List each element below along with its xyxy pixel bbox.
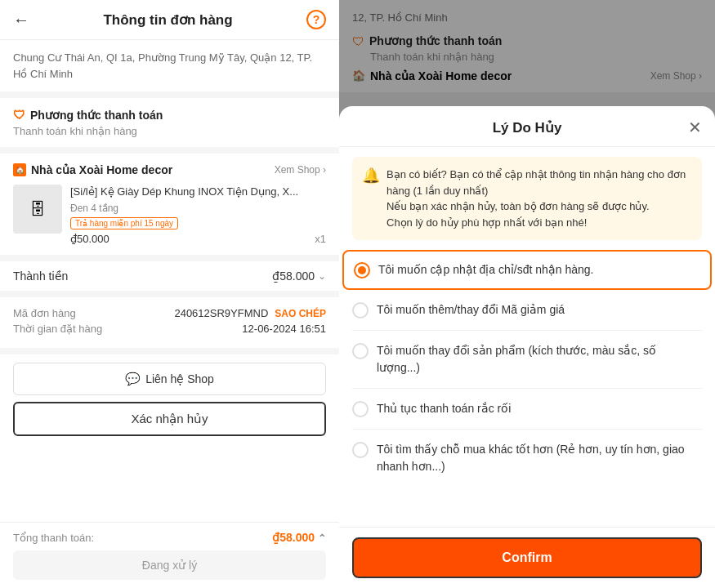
radio-outer-3	[352, 401, 369, 417]
notice-text: Bạn có biết? Bạn có thể cập nhật thông t…	[387, 167, 692, 230]
product-qty: x1	[315, 233, 326, 245]
chevron-up-icon: ⌃	[318, 532, 326, 544]
radio-outer-2	[352, 343, 369, 359]
return-tag: Trả hàng miễn phí 15 ngày	[70, 217, 178, 229]
radio-inner-0	[358, 266, 366, 274]
bell-icon: 🔔	[362, 167, 380, 185]
help-button[interactable]: ?	[306, 10, 326, 29]
order-date-row: Thời gian đặt hàng 12-06-2024 16:51	[13, 323, 326, 335]
left-content: Chung Cư Thái An, QI 1a, Phường Trung Mỹ…	[0, 40, 339, 522]
left-panel: ← Thông tin đơn hàng ? Chung Cư Thái An,…	[0, 0, 339, 588]
modal-title: Lý Do Hủy	[493, 119, 562, 136]
order-date-label: Thời gian đặt hàng	[13, 323, 102, 335]
modal-top-space	[339, 0, 715, 106]
view-shop-link[interactable]: Xem Shop ›	[275, 164, 326, 176]
order-id-value: 240612SR9YFMND	[174, 307, 268, 319]
product-price: ₫50.000	[70, 233, 109, 245]
payment-section: 🛡 Phương thức thanh toán Thanh toán khi …	[0, 98, 339, 154]
product-price-row: ₫50.000 x1	[70, 233, 326, 245]
payment-title: 🛡 Phương thức thanh toán	[13, 108, 326, 122]
chevron-down-icon: ⌄	[318, 270, 326, 282]
copy-button[interactable]: SAO CHÉP	[275, 308, 326, 319]
chat-icon: 💬	[125, 372, 141, 386]
total-row: Tổng thanh toán: ₫58.000 ⌃	[13, 531, 326, 544]
order-id-row: Mã đơn hàng 240612SR9YFMND SAO CHÉP	[13, 307, 326, 319]
shop-header: 🏠 Nhà của Xoài Home decor Xem Shop ›	[13, 163, 326, 176]
order-info-section: Mã đơn hàng 240612SR9YFMND SAO CHÉP Thời…	[0, 297, 339, 354]
confirm-button[interactable]: Confirm	[352, 537, 702, 578]
modal-notice: 🔔 Bạn có biết? Bạn có thể cập nhật thông…	[352, 157, 702, 240]
order-id-label: Mã đơn hàng	[13, 307, 76, 319]
option-text-3: Thủ tục thanh toán rắc rối	[377, 400, 511, 417]
product-image: 🗄	[13, 185, 62, 234]
radio-outer-4	[352, 442, 369, 458]
back-button[interactable]: ←	[13, 11, 29, 29]
total-value: ₫58.000 ⌃	[272, 531, 326, 544]
order-id-copy: 240612SR9YFMND SAO CHÉP	[174, 307, 326, 319]
product-name: [Si/lẻ] Kệ Giày Dép Khung INOX Tiện Dụng…	[70, 185, 326, 199]
option-text-0: Tôi muốn cập nhật địa chỉ/sđt nhận hàng.	[378, 261, 593, 278]
modal-footer: Confirm	[339, 527, 715, 588]
page-title: Thông tin đơn hàng	[103, 11, 232, 29]
help-icon: ?	[313, 13, 320, 26]
modal-header: Lý Do Hủy ✕	[339, 106, 715, 147]
total-label: Tổng thanh toán:	[13, 532, 94, 544]
product-item: 🗄 [Si/lẻ] Kệ Giày Dép Khung INOX Tiện Dụ…	[13, 185, 326, 245]
cancel-order-button[interactable]: Xác nhận hủy	[13, 402, 326, 436]
shop-section: 🏠 Nhà của Xoài Home decor Xem Shop › 🗄 […	[0, 154, 339, 261]
modal-close-button[interactable]: ✕	[688, 118, 702, 137]
modal-overlay: Lý Do Hủy ✕ 🔔 Bạn có biết? Bạn có thể cậ…	[339, 0, 715, 588]
radio-outer-0	[354, 262, 370, 278]
product-tags: Trả hàng miễn phí 15 ngày	[70, 217, 326, 229]
option-text-1: Tôi muốn thêm/thay đổi Mã giảm giá	[377, 301, 565, 318]
cancel-reason-option-3[interactable]: Thủ tục thanh toán rắc rối	[352, 389, 702, 430]
subtotal-label: Thành tiền	[13, 270, 68, 283]
modal-options: Tôi muốn cập nhật địa chỉ/sđt nhận hàng.…	[339, 250, 715, 527]
contact-shop-button[interactable]: 💬 Liên hệ Shop	[13, 363, 326, 395]
shield-icon: 🛡	[13, 108, 25, 122]
status-button: Đang xử lý	[13, 550, 326, 580]
cancel-reason-option-4[interactable]: Tôi tìm thấy chỗ mua khác tốt hơn (Rẻ hơ…	[352, 430, 702, 487]
cancel-reason-option-0[interactable]: Tôi muốn cập nhật địa chỉ/sđt nhận hàng.	[342, 250, 712, 290]
address-text: Chung Cư Thái An, QI 1a, Phường Trung Mỹ…	[13, 50, 326, 82]
product-variant: Đen 4 tầng	[70, 203, 326, 214]
order-date-value: 12-06-2024 16:51	[242, 323, 326, 335]
cancel-reason-option-2[interactable]: Tôi muốn thay đổi sản phẩm (kích thước, …	[352, 331, 702, 389]
product-info: [Si/lẻ] Kệ Giày Dép Khung INOX Tiện Dụng…	[70, 185, 326, 245]
radio-outer-1	[352, 302, 369, 318]
shop-name: 🏠 Nhà của Xoài Home decor	[13, 163, 172, 176]
order-header: ← Thông tin đơn hàng ?	[0, 0, 339, 40]
action-buttons: 💬 Liên hệ Shop Xác nhận hủy	[0, 354, 339, 444]
shop-icon: 🏠	[13, 163, 26, 176]
left-footer: Tổng thanh toán: ₫58.000 ⌃ Đang xử lý	[0, 522, 339, 588]
address-section: Chung Cư Thái An, QI 1a, Phường Trung Mỹ…	[0, 40, 339, 98]
payment-subtitle: Thanh toán khi nhận hàng	[13, 125, 326, 137]
modal-container: Lý Do Hủy ✕ 🔔 Bạn có biết? Bạn có thể cậ…	[339, 106, 715, 588]
subtotal-value: ₫58.000 ⌄	[272, 270, 326, 283]
right-panel: 12, TP. Hồ Chí Minh 🛡 Phương thức thanh …	[339, 0, 715, 588]
option-text-4: Tôi tìm thấy chỗ mua khác tốt hơn (Rẻ hơ…	[377, 441, 702, 475]
cancel-reason-option-1[interactable]: Tôi muốn thêm/thay đổi Mã giảm giá	[352, 290, 702, 331]
subtotal-row: Thành tiền ₫58.000 ⌄	[0, 261, 339, 297]
option-text-2: Tôi muốn thay đổi sản phẩm (kích thước, …	[377, 342, 702, 376]
